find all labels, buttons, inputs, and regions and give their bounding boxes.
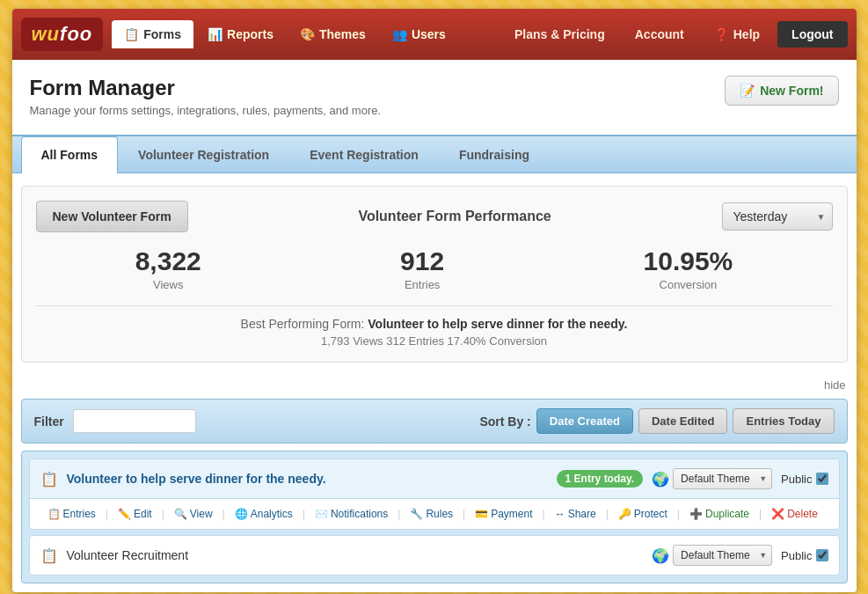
action-rules[interactable]: 🔧 Rules <box>403 504 460 524</box>
public-checkbox-2[interactable] <box>816 549 828 561</box>
filter-label: Filter <box>34 414 64 429</box>
sort-label: Sort By : <box>479 414 530 429</box>
nav-themes[interactable]: 🎨 Themes <box>288 20 378 48</box>
logout-button[interactable]: Logout <box>777 21 847 48</box>
form-item-1: 📋 Volunteer to help serve dinner for the… <box>29 458 840 530</box>
page-content: Form Manager Manage your forms settings,… <box>12 60 857 135</box>
new-form-icon: 📝 <box>740 84 755 98</box>
action-duplicate[interactable]: ➕ Duplicate <box>682 504 756 524</box>
page-header-row: Form Manager Manage your forms settings,… <box>30 76 839 117</box>
action-view[interactable]: 🔍 View <box>167 504 220 524</box>
metrics-row: 8,322 Views 912 Entries 10.95% Conversio… <box>36 246 833 291</box>
form-actions-1: 📋 Entries | ✏️ Edit | 🔍 View | 🌐 Analyti… <box>30 499 839 529</box>
filter-input[interactable] <box>73 409 196 433</box>
tabs-bar: All Forms Volunteer Registration Event R… <box>12 135 857 173</box>
tab-volunteer-registration[interactable]: Volunteer Registration <box>118 136 289 172</box>
theme-select-1[interactable]: Default Theme <box>673 468 772 489</box>
themes-icon: 🎨 <box>300 27 315 41</box>
new-volunteer-form-button[interactable]: New Volunteer Form <box>36 201 188 232</box>
theme-select-2[interactable]: Default Theme <box>673 545 772 566</box>
theme-icon-1: 🌍 <box>652 471 669 488</box>
nav-users[interactable]: 👥 Users <box>380 20 458 48</box>
form-name-2: Volunteer Recruitment <box>67 548 644 562</box>
forms-icon: 📋 <box>124 27 139 41</box>
reports-icon: 📊 <box>208 27 222 41</box>
best-form-name: Volunteer to help serve dinner for the n… <box>368 317 627 331</box>
action-analytics[interactable]: 🌐 Analytics <box>228 504 300 524</box>
nav-plans[interactable]: Plans & Pricing <box>502 20 617 48</box>
theme-select-wrapper-1: 🌍 Default Theme <box>652 468 772 489</box>
action-edit[interactable]: ✏️ Edit <box>111 504 159 524</box>
public-checkbox-1[interactable] <box>816 473 828 485</box>
help-icon: ❓ <box>714 27 729 41</box>
nav: 📋 Forms 📊 Reports 🎨 Themes 👥 Users Plans… <box>112 20 847 48</box>
hide-performance[interactable]: hide <box>12 375 857 392</box>
sort-entries-today[interactable]: Entries Today <box>733 408 834 434</box>
period-select[interactable]: Yesterday Today Last 7 Days Last 30 Days <box>722 202 833 231</box>
new-form-button[interactable]: 📝 New Form! <box>725 76 838 106</box>
performance-title: Volunteer Form Performance <box>188 209 722 224</box>
performance-section: New Volunteer Form Volunteer Form Perfor… <box>21 186 848 363</box>
entry-badge-1: 1 Entry today. <box>557 470 643 488</box>
public-section-1: Public <box>781 473 828 486</box>
action-payment[interactable]: 💳 Payment <box>468 504 539 524</box>
nav-right: Plans & Pricing Account ❓ Help Logout <box>502 20 847 48</box>
metric-entries: 912 Entries <box>400 246 444 291</box>
page-heading: Form Manager Manage your forms settings,… <box>30 76 382 117</box>
performance-top: New Volunteer Form Volunteer Form Perfor… <box>36 201 833 232</box>
sort-section: Sort By : Date Created Date Edited Entri… <box>479 408 834 434</box>
action-share[interactable]: ↔️ Share <box>548 504 603 524</box>
tab-fundraising[interactable]: Fundraising <box>439 136 550 172</box>
tab-event-registration[interactable]: Event Registration <box>289 136 439 172</box>
public-section-2: Public <box>781 549 828 562</box>
page-title: Form Manager <box>30 76 382 100</box>
theme-select-wrapper-2: 🌍 Default Theme <box>652 545 772 566</box>
users-icon: 👥 <box>392 27 407 41</box>
header: wufoo 📋 Forms 📊 Reports 🎨 Themes 👥 Users <box>12 9 857 60</box>
metric-views: 8,322 Views <box>135 246 201 291</box>
app-container: wufoo 📋 Forms 📊 Reports 🎨 Themes 👥 Users <box>12 9 857 592</box>
metric-conversion: 10.95% Conversion <box>644 246 733 291</box>
form-icon-2: 📋 <box>40 547 58 564</box>
form-name-1: Volunteer to help serve dinner for the n… <box>67 472 548 486</box>
filter-bar: Filter Sort By : Date Created Date Edite… <box>21 399 848 444</box>
sort-date-created[interactable]: Date Created <box>536 408 633 434</box>
tab-all-forms[interactable]: All Forms <box>21 136 119 172</box>
best-form-row: Best Performing Form: Volunteer to help … <box>36 305 833 348</box>
action-delete[interactable]: ❌ Delete <box>764 504 825 524</box>
logo: wufoo <box>21 18 104 51</box>
action-entries[interactable]: 📋 Entries <box>40 504 103 524</box>
form-item-2: 📋 Volunteer Recruitment 🌍 Default Theme … <box>29 535 840 576</box>
action-protect[interactable]: 🔑 Protect <box>611 504 675 524</box>
page-subtitle: Manage your forms settings, integrations… <box>30 104 382 117</box>
nav-reports[interactable]: 📊 Reports <box>195 20 286 48</box>
forms-list: 📋 Volunteer to help serve dinner for the… <box>21 451 848 583</box>
best-form-stats: 1,793 Views 312 Entries 17.40% Conversio… <box>36 334 833 348</box>
nav-account[interactable]: Account <box>623 20 697 48</box>
theme-icon-2: 🌍 <box>652 547 669 564</box>
form-item-2-header: 📋 Volunteer Recruitment 🌍 Default Theme … <box>30 536 839 575</box>
nav-help[interactable]: ❓ Help <box>702 20 772 48</box>
sort-date-edited[interactable]: Date Edited <box>638 408 728 434</box>
action-notifications[interactable]: ✉️ Notifications <box>308 504 395 524</box>
form-item-1-header: 📋 Volunteer to help serve dinner for the… <box>30 459 839 499</box>
nav-forms[interactable]: 📋 Forms <box>112 20 193 48</box>
form-icon-1: 📋 <box>40 471 58 488</box>
period-select-wrapper: Yesterday Today Last 7 Days Last 30 Days <box>722 202 833 231</box>
